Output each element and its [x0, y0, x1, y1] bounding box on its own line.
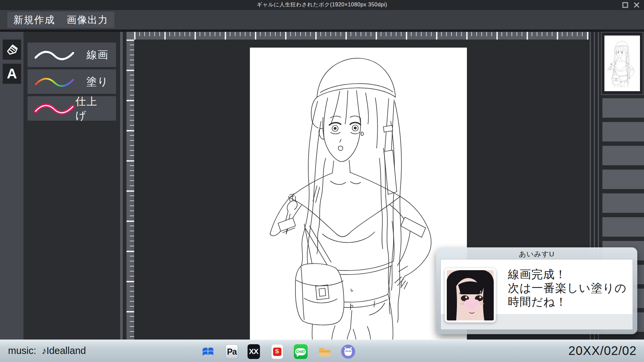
thumbnail-artwork: [604, 36, 640, 91]
brush-coloring-button[interactable]: 塗り: [28, 69, 116, 94]
horizontal-ruler: [134, 32, 589, 40]
brush-panel: 線画 塗り 仕上げ: [23, 32, 120, 340]
brush-finishing-label: 仕上げ: [75, 95, 109, 123]
menu-bar: 新規作成 画像出力: [0, 10, 644, 29]
dialog-line: 線画完成！: [508, 267, 627, 281]
canvas-page[interactable]: [250, 48, 467, 340]
chat-bubble-tail: [296, 354, 299, 357]
chat-app-icon: CHAT: [294, 344, 308, 359]
brush-lineart-button[interactable]: 線画: [28, 43, 116, 67]
taskbar-xx-app-button[interactable]: XX: [246, 344, 261, 359]
dialog-speaker-name: あいみすU: [436, 249, 637, 259]
eraser-tool-button[interactable]: [3, 40, 21, 60]
layer-slot[interactable]: [602, 98, 644, 118]
layer-slot[interactable]: [602, 193, 644, 213]
dialog-text: 線画完成！ 次は一番楽しい塗りの 時間だね！: [508, 267, 627, 309]
close-button[interactable]: [632, 1, 641, 9]
menu-separator: [0, 29, 644, 32]
panel-divider: [120, 32, 123, 340]
taskbar-s-app-button[interactable]: S: [270, 344, 284, 359]
ruler-corner: [126, 32, 134, 40]
dialog-content: 線画完成！ 次は一番楽しい塗りの 時間だね！: [441, 259, 633, 329]
layer-slot[interactable]: [602, 217, 644, 237]
avatar: [445, 268, 496, 322]
maximize-button[interactable]: [621, 1, 630, 9]
music-track: ♪Idealland: [42, 345, 86, 356]
windows-flag-icon: [201, 345, 215, 358]
dialog-line: 次は一番楽しい塗りの: [508, 281, 627, 295]
s-app-icon: S: [271, 344, 283, 359]
game-controller-icon: [341, 344, 356, 359]
taskbar-windows-button[interactable]: [201, 344, 215, 359]
navigator-frame: [601, 32, 643, 95]
folder-icon: [318, 345, 332, 358]
finishing-stroke-icon: [33, 102, 75, 115]
s-app-glyph: S: [273, 348, 281, 356]
window-title: ギャルに人生狂わされたボク(644×362px 350dpi): [0, 1, 644, 8]
assistant-dialog[interactable]: あいみすU 線画完: [436, 247, 637, 334]
music-label: music:: [8, 345, 36, 356]
taskbar-folder-button[interactable]: [317, 344, 332, 359]
coloring-stroke-icon: [33, 75, 76, 88]
export-image-button[interactable]: 画像出力: [61, 12, 114, 28]
layer-slot[interactable]: [602, 170, 644, 189]
text-tool-label: A: [7, 67, 17, 81]
brush-coloring-label: 塗り: [86, 75, 109, 89]
layer-slot[interactable]: [602, 122, 644, 141]
text-tool-button[interactable]: A: [3, 64, 21, 84]
taskbar: music: ♪Idealland Pa XX S CHAT: [0, 340, 644, 362]
avatar-illustration: [447, 270, 494, 320]
xx-app-icon: XX: [248, 344, 260, 359]
title-bar: ギャルに人生狂わされたボク(644×362px 350dpi): [0, 0, 644, 10]
tool-strip: A: [0, 32, 23, 340]
canvas-artwork: [250, 48, 467, 340]
navigator-thumbnail[interactable]: [604, 36, 640, 91]
music-indicator: music: ♪Idealland: [8, 345, 86, 356]
app-window: ギャルに人生狂わされたボク(644×362px 350dpi) 新規作成 画…: [0, 0, 644, 362]
lineart-stroke-icon: [33, 48, 76, 62]
dialog-line: 時間だね！: [508, 295, 627, 309]
brush-lineart-label: 線画: [87, 48, 109, 62]
brush-finishing-button[interactable]: 仕上げ: [28, 96, 116, 121]
paint-app-icon: Pa: [225, 344, 238, 359]
maximize-icon: [622, 2, 629, 8]
date-display: 20XX/02/02: [569, 344, 637, 358]
taskbar-paint-app-button[interactable]: Pa: [224, 344, 239, 359]
new-file-button[interactable]: 新規作成: [7, 12, 61, 28]
close-icon: [633, 2, 640, 8]
taskbar-chat-app-button[interactable]: CHAT: [293, 344, 308, 359]
eraser-icon: [5, 43, 19, 56]
vertical-ruler: [126, 40, 134, 340]
taskbar-game-chat-button[interactable]: [341, 344, 356, 359]
layer-slot[interactable]: [602, 146, 644, 165]
